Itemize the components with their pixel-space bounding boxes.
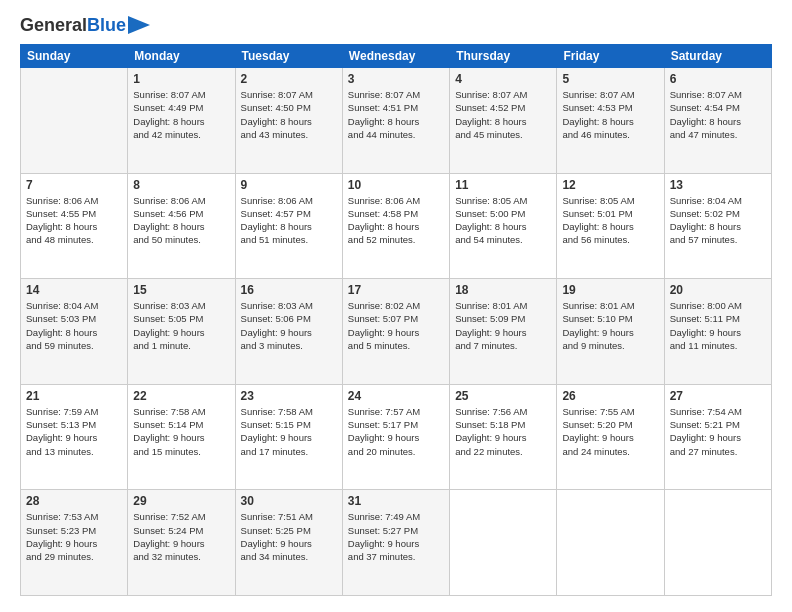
calendar-week-row: 28Sunrise: 7:53 AM Sunset: 5:23 PM Dayli…	[21, 490, 772, 596]
day-number: 16	[241, 283, 337, 297]
day-number: 19	[562, 283, 658, 297]
day-number: 22	[133, 389, 229, 403]
table-cell	[557, 490, 664, 596]
day-number: 15	[133, 283, 229, 297]
day-info: Sunrise: 8:04 AM Sunset: 5:03 PM Dayligh…	[26, 299, 122, 352]
day-info: Sunrise: 8:06 AM Sunset: 4:55 PM Dayligh…	[26, 194, 122, 247]
day-number: 27	[670, 389, 766, 403]
day-info: Sunrise: 8:07 AM Sunset: 4:51 PM Dayligh…	[348, 88, 444, 141]
day-info: Sunrise: 7:57 AM Sunset: 5:17 PM Dayligh…	[348, 405, 444, 458]
day-number: 30	[241, 494, 337, 508]
svg-marker-0	[128, 16, 150, 34]
col-thursday: Thursday	[450, 45, 557, 68]
day-info: Sunrise: 8:06 AM Sunset: 4:58 PM Dayligh…	[348, 194, 444, 247]
calendar-week-row: 1Sunrise: 8:07 AM Sunset: 4:49 PM Daylig…	[21, 68, 772, 174]
day-number: 20	[670, 283, 766, 297]
day-info: Sunrise: 8:06 AM Sunset: 4:56 PM Dayligh…	[133, 194, 229, 247]
day-number: 6	[670, 72, 766, 86]
table-cell: 19Sunrise: 8:01 AM Sunset: 5:10 PM Dayli…	[557, 279, 664, 385]
table-cell	[450, 490, 557, 596]
table-cell: 23Sunrise: 7:58 AM Sunset: 5:15 PM Dayli…	[235, 384, 342, 490]
table-cell: 25Sunrise: 7:56 AM Sunset: 5:18 PM Dayli…	[450, 384, 557, 490]
day-number: 25	[455, 389, 551, 403]
table-cell: 18Sunrise: 8:01 AM Sunset: 5:09 PM Dayli…	[450, 279, 557, 385]
table-cell: 8Sunrise: 8:06 AM Sunset: 4:56 PM Daylig…	[128, 173, 235, 279]
table-cell	[21, 68, 128, 174]
day-number: 7	[26, 178, 122, 192]
day-info: Sunrise: 8:07 AM Sunset: 4:50 PM Dayligh…	[241, 88, 337, 141]
day-number: 3	[348, 72, 444, 86]
calendar-header-row: Sunday Monday Tuesday Wednesday Thursday…	[21, 45, 772, 68]
day-info: Sunrise: 8:01 AM Sunset: 5:09 PM Dayligh…	[455, 299, 551, 352]
day-number: 13	[670, 178, 766, 192]
day-info: Sunrise: 8:03 AM Sunset: 5:05 PM Dayligh…	[133, 299, 229, 352]
day-info: Sunrise: 8:07 AM Sunset: 4:53 PM Dayligh…	[562, 88, 658, 141]
day-info: Sunrise: 8:00 AM Sunset: 5:11 PM Dayligh…	[670, 299, 766, 352]
day-info: Sunrise: 8:05 AM Sunset: 5:01 PM Dayligh…	[562, 194, 658, 247]
day-info: Sunrise: 7:58 AM Sunset: 5:15 PM Dayligh…	[241, 405, 337, 458]
table-cell: 10Sunrise: 8:06 AM Sunset: 4:58 PM Dayli…	[342, 173, 449, 279]
day-number: 24	[348, 389, 444, 403]
day-number: 4	[455, 72, 551, 86]
day-number: 10	[348, 178, 444, 192]
day-number: 23	[241, 389, 337, 403]
table-cell: 22Sunrise: 7:58 AM Sunset: 5:14 PM Dayli…	[128, 384, 235, 490]
table-cell: 27Sunrise: 7:54 AM Sunset: 5:21 PM Dayli…	[664, 384, 771, 490]
logo-text: GeneralBlue	[20, 16, 126, 34]
page: GeneralBlue Sunday Monday Tuesday Wednes…	[0, 0, 792, 612]
day-info: Sunrise: 7:56 AM Sunset: 5:18 PM Dayligh…	[455, 405, 551, 458]
logo: GeneralBlue	[20, 16, 150, 34]
col-monday: Monday	[128, 45, 235, 68]
col-sunday: Sunday	[21, 45, 128, 68]
calendar-week-row: 7Sunrise: 8:06 AM Sunset: 4:55 PM Daylig…	[21, 173, 772, 279]
day-number: 9	[241, 178, 337, 192]
col-friday: Friday	[557, 45, 664, 68]
table-cell: 24Sunrise: 7:57 AM Sunset: 5:17 PM Dayli…	[342, 384, 449, 490]
table-cell: 16Sunrise: 8:03 AM Sunset: 5:06 PM Dayli…	[235, 279, 342, 385]
table-cell: 6Sunrise: 8:07 AM Sunset: 4:54 PM Daylig…	[664, 68, 771, 174]
table-cell: 14Sunrise: 8:04 AM Sunset: 5:03 PM Dayli…	[21, 279, 128, 385]
day-number: 21	[26, 389, 122, 403]
day-info: Sunrise: 7:54 AM Sunset: 5:21 PM Dayligh…	[670, 405, 766, 458]
day-number: 14	[26, 283, 122, 297]
col-saturday: Saturday	[664, 45, 771, 68]
day-info: Sunrise: 7:55 AM Sunset: 5:20 PM Dayligh…	[562, 405, 658, 458]
table-cell: 12Sunrise: 8:05 AM Sunset: 5:01 PM Dayli…	[557, 173, 664, 279]
day-info: Sunrise: 8:07 AM Sunset: 4:54 PM Dayligh…	[670, 88, 766, 141]
day-info: Sunrise: 7:53 AM Sunset: 5:23 PM Dayligh…	[26, 510, 122, 563]
table-cell: 1Sunrise: 8:07 AM Sunset: 4:49 PM Daylig…	[128, 68, 235, 174]
table-cell: 21Sunrise: 7:59 AM Sunset: 5:13 PM Dayli…	[21, 384, 128, 490]
day-number: 28	[26, 494, 122, 508]
day-number: 1	[133, 72, 229, 86]
table-cell: 28Sunrise: 7:53 AM Sunset: 5:23 PM Dayli…	[21, 490, 128, 596]
day-number: 31	[348, 494, 444, 508]
table-cell: 15Sunrise: 8:03 AM Sunset: 5:05 PM Dayli…	[128, 279, 235, 385]
table-cell: 4Sunrise: 8:07 AM Sunset: 4:52 PM Daylig…	[450, 68, 557, 174]
day-info: Sunrise: 7:59 AM Sunset: 5:13 PM Dayligh…	[26, 405, 122, 458]
day-number: 5	[562, 72, 658, 86]
day-info: Sunrise: 7:49 AM Sunset: 5:27 PM Dayligh…	[348, 510, 444, 563]
day-number: 29	[133, 494, 229, 508]
table-cell: 11Sunrise: 8:05 AM Sunset: 5:00 PM Dayli…	[450, 173, 557, 279]
day-number: 11	[455, 178, 551, 192]
calendar-week-row: 21Sunrise: 7:59 AM Sunset: 5:13 PM Dayli…	[21, 384, 772, 490]
calendar-table: Sunday Monday Tuesday Wednesday Thursday…	[20, 44, 772, 596]
table-cell: 9Sunrise: 8:06 AM Sunset: 4:57 PM Daylig…	[235, 173, 342, 279]
day-info: Sunrise: 8:07 AM Sunset: 4:49 PM Dayligh…	[133, 88, 229, 141]
logo-blue: Blue	[87, 15, 126, 35]
table-cell: 17Sunrise: 8:02 AM Sunset: 5:07 PM Dayli…	[342, 279, 449, 385]
day-number: 2	[241, 72, 337, 86]
table-cell: 13Sunrise: 8:04 AM Sunset: 5:02 PM Dayli…	[664, 173, 771, 279]
logo-general: General	[20, 15, 87, 35]
day-info: Sunrise: 8:06 AM Sunset: 4:57 PM Dayligh…	[241, 194, 337, 247]
table-cell: 20Sunrise: 8:00 AM Sunset: 5:11 PM Dayli…	[664, 279, 771, 385]
day-info: Sunrise: 7:51 AM Sunset: 5:25 PM Dayligh…	[241, 510, 337, 563]
day-number: 18	[455, 283, 551, 297]
day-number: 8	[133, 178, 229, 192]
table-cell	[664, 490, 771, 596]
table-cell: 3Sunrise: 8:07 AM Sunset: 4:51 PM Daylig…	[342, 68, 449, 174]
col-wednesday: Wednesday	[342, 45, 449, 68]
day-info: Sunrise: 8:01 AM Sunset: 5:10 PM Dayligh…	[562, 299, 658, 352]
calendar-week-row: 14Sunrise: 8:04 AM Sunset: 5:03 PM Dayli…	[21, 279, 772, 385]
day-info: Sunrise: 8:05 AM Sunset: 5:00 PM Dayligh…	[455, 194, 551, 247]
